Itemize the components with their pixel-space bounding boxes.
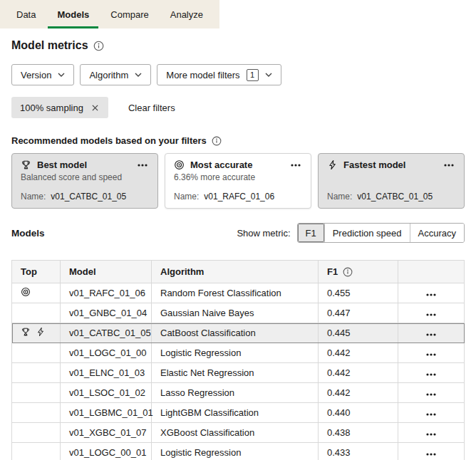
table-row-selected[interactable]: v01_CATBC_01_05 CatBoost Classification … bbox=[12, 323, 465, 343]
trophy-icon bbox=[21, 327, 31, 337]
metric-segmented-control: F1 Prediction speed Accuracy bbox=[297, 223, 465, 243]
cell-f1: 0.445 bbox=[319, 323, 398, 343]
cell-f1: 0.433 bbox=[319, 443, 398, 460]
cell-top bbox=[12, 323, 61, 343]
column-header-f1[interactable]: F1 bbox=[319, 261, 398, 283]
tab-label: Data bbox=[16, 9, 36, 20]
cell-model: v01_LSOC_01_02 bbox=[61, 383, 152, 403]
cell-f1: 0.440 bbox=[319, 403, 398, 423]
algorithm-filter-label: Algorithm bbox=[89, 70, 128, 80]
ellipsis-icon bbox=[138, 164, 148, 167]
table-row[interactable]: v01_LGBMC_01_01 LightGBM Classification … bbox=[12, 403, 465, 423]
info-icon[interactable] bbox=[343, 267, 353, 277]
cell-algorithm: Logistic Regression bbox=[152, 343, 319, 363]
row-menu-button[interactable] bbox=[425, 451, 438, 458]
model-name-value: v01_CATBC_01_05 bbox=[51, 192, 126, 202]
cell-f1: 0.442 bbox=[319, 343, 398, 363]
chevron-down-icon bbox=[58, 73, 65, 77]
cell-top bbox=[12, 403, 61, 423]
column-header-model[interactable]: Model bbox=[61, 261, 152, 283]
cell-algorithm: Gaussian Naive Bayes bbox=[152, 303, 319, 323]
card-menu-button[interactable] bbox=[289, 162, 302, 169]
table-row[interactable]: v01_ELNC_01_03 Elastic Net Regression 0.… bbox=[12, 363, 465, 383]
cell-top bbox=[12, 343, 61, 363]
row-menu-button[interactable] bbox=[425, 331, 438, 338]
tab-label: Analyze bbox=[170, 9, 203, 20]
column-header-top[interactable]: Top bbox=[12, 261, 61, 283]
cell-algorithm: CatBoost Classification bbox=[152, 323, 319, 343]
row-menu-button[interactable] bbox=[425, 431, 438, 438]
recommended-heading-row: Recommended models based on your filters bbox=[11, 135, 465, 146]
best-model-card[interactable]: Best model Balanced score and speed Name… bbox=[11, 153, 158, 209]
card-model-name-row: Name: v01_CATBC_01_05 bbox=[21, 192, 149, 202]
metric-option-f1[interactable]: F1 bbox=[298, 224, 324, 242]
more-filters-label: More model filters bbox=[166, 70, 239, 80]
card-subtitle: Balanced score and speed bbox=[21, 172, 149, 182]
row-menu-button[interactable] bbox=[425, 371, 438, 378]
chevron-down-icon bbox=[135, 73, 142, 77]
table-row[interactable]: v01_RAFC_01_06 Random Forest Classificat… bbox=[12, 283, 465, 303]
algorithm-filter-button[interactable]: Algorithm bbox=[80, 64, 151, 85]
cell-actions bbox=[398, 323, 465, 343]
ellipsis-icon bbox=[291, 164, 301, 167]
top-tab-bar: Data Models Compare Analyze bbox=[0, 0, 476, 28]
metric-option-accuracy[interactable]: Accuracy bbox=[410, 224, 464, 242]
card-menu-button[interactable] bbox=[443, 162, 455, 169]
cell-f1: 0.447 bbox=[319, 303, 398, 323]
tab-models[interactable]: Models bbox=[46, 0, 100, 28]
cell-actions bbox=[398, 403, 465, 423]
fastest-model-card[interactable]: Fastest model Name: v01_CATBC_01_05 bbox=[318, 153, 465, 209]
version-filter-button[interactable]: Version bbox=[11, 64, 74, 85]
cell-actions bbox=[398, 423, 465, 443]
ellipsis-icon bbox=[426, 353, 436, 356]
metric-option-prediction-speed[interactable]: Prediction speed bbox=[324, 224, 410, 242]
row-menu-button[interactable] bbox=[425, 311, 438, 318]
table-row[interactable]: v01_GNBC_01_04 Gaussian Naive Bayes 0.44… bbox=[12, 303, 465, 323]
chevron-down-icon bbox=[265, 73, 272, 77]
row-menu-button[interactable] bbox=[425, 391, 438, 398]
card-title: Fastest model bbox=[343, 160, 405, 170]
name-label: Name: bbox=[21, 192, 46, 202]
table-row[interactable]: v01_XGBC_01_07 XGBoost Classification 0.… bbox=[12, 423, 465, 443]
tab-strip: Data Models Compare Analyze bbox=[0, 0, 219, 28]
cell-f1: 0.438 bbox=[319, 423, 398, 443]
info-icon[interactable] bbox=[93, 41, 104, 51]
clear-filters-button[interactable]: Clear filters bbox=[128, 103, 175, 113]
cell-algorithm: Random Forest Classification bbox=[152, 283, 319, 303]
info-icon[interactable] bbox=[212, 136, 222, 146]
cell-algorithm: LightGBM Classification bbox=[152, 403, 319, 423]
models-table: Top Model Algorithm F1 bbox=[11, 260, 465, 460]
card-menu-button[interactable] bbox=[136, 162, 149, 169]
row-menu-button[interactable] bbox=[425, 411, 438, 418]
model-name-value: v01_RAFC_01_06 bbox=[204, 192, 274, 202]
table-row[interactable]: v01_LSOC_01_02 Lasso Regression 0.442 bbox=[12, 383, 465, 403]
target-icon bbox=[174, 160, 185, 170]
lightning-icon bbox=[327, 160, 338, 170]
app-root: Data Models Compare Analyze Model metric… bbox=[0, 0, 476, 460]
models-heading: Models bbox=[11, 228, 45, 239]
tab-compare[interactable]: Compare bbox=[100, 0, 159, 28]
cell-model: v01_XGBC_01_07 bbox=[61, 423, 152, 443]
card-title: Most accurate bbox=[190, 160, 252, 170]
column-header-algorithm[interactable]: Algorithm bbox=[152, 261, 319, 283]
more-model-filters-button[interactable]: More model filters 1 bbox=[157, 64, 281, 85]
sampling-chip-label: 100% sampling bbox=[20, 103, 83, 113]
cell-f1: 0.442 bbox=[319, 383, 398, 403]
table-row[interactable]: v01_LOGC_00_01 Logistic Regression 0.433 bbox=[12, 443, 465, 460]
close-icon[interactable] bbox=[90, 103, 100, 113]
cell-model: v01_LOGC_00_01 bbox=[61, 443, 152, 460]
most-accurate-card[interactable]: Most accurate 6.36% more accurate Name: … bbox=[165, 153, 311, 209]
cell-top bbox=[12, 283, 61, 303]
filter-count-badge: 1 bbox=[247, 69, 259, 81]
row-menu-button[interactable] bbox=[425, 291, 438, 298]
name-label: Name: bbox=[174, 192, 199, 202]
cell-algorithm: Logistic Regression bbox=[152, 443, 319, 460]
table-row[interactable]: v01_LOGC_01_00 Logistic Regression 0.442 bbox=[12, 343, 465, 363]
tab-analyze[interactable]: Analyze bbox=[160, 0, 214, 28]
cell-model: v01_CATBC_01_05 bbox=[61, 323, 152, 343]
row-menu-button[interactable] bbox=[425, 351, 438, 358]
target-icon bbox=[21, 287, 31, 297]
sampling-filter-chip[interactable]: 100% sampling bbox=[11, 97, 108, 118]
cell-model: v01_RAFC_01_06 bbox=[61, 283, 152, 303]
tab-data[interactable]: Data bbox=[6, 0, 46, 28]
